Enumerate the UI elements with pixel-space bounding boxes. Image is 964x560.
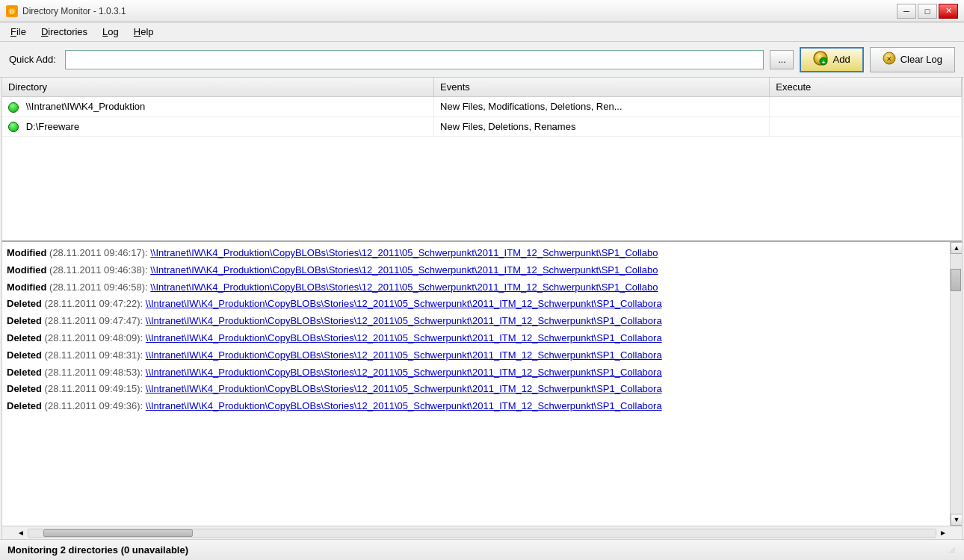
horizontal-scrollbar[interactable]: ◄ ► [2,526,962,539]
window-title: Directory Monitor - 1.0.3.1 [22,6,897,16]
svg-line-9 [954,552,955,553]
add-icon: + [813,51,828,68]
log-path[interactable]: \\Intranet\IW\K4_Produktion\CopyBLOBs\St… [146,315,662,326]
log-type: Deleted [7,383,42,394]
log-path[interactable]: \\Intranet\IW\K4_Produktion\CopyBLOBs\St… [146,349,662,361]
minimize-button[interactable]: ─ [897,4,916,19]
scroll-down-button[interactable]: ▼ [951,514,963,526]
log-timestamp: (28.11.2011 09:47:22): [45,298,143,309]
events-cell: New Files, Modifications, Deletions, Ren… [434,97,770,117]
log-path[interactable]: \\Intranet\IW\K4_Produktion\CopyBLOBs\St… [146,298,662,309]
log-type: Deleted [7,349,42,361]
app-icon: D [6,5,18,17]
scroll-track[interactable] [951,254,962,514]
menu-directories[interactable]: Directories [34,24,95,40]
dir-cell: D:\Freeware [2,116,434,137]
log-type: Deleted [7,315,42,326]
dir-path: \\Intranet\IW\K4_Produktion [26,101,146,112]
log-entry: Deleted (28.11.2011 09:48:09): \\Intrane… [7,330,957,347]
resize-grip[interactable] [948,546,957,555]
status-text: Monitoring 2 directories (0 unavailable) [7,544,188,556]
log-entry: Modified (28.11.2011 09:46:38): \\Intran… [7,262,957,279]
log-entry: Deleted (28.11.2011 09:47:47): \\Intrane… [7,313,957,330]
log-path[interactable]: \\Intranet\IW\K4_Produktion\CopyBLOBs\St… [146,332,662,343]
directory-table-container: Directory Events Execute \\Intranet\IW\K… [1,78,963,242]
log-timestamp: (28.11.2011 09:48:31): [45,349,143,361]
close-button[interactable]: ✕ [939,4,958,19]
quick-add-label: Quick Add: [9,54,56,65]
log-entry: Deleted (28.11.2011 09:49:15): \\Intrane… [7,381,957,398]
execute-cell [770,116,962,137]
hscroll-left-arrow[interactable]: ◄ [17,529,25,537]
log-path[interactable]: \\Intranet\IW\K4_Produktion\CopyBLOBs\St… [146,367,662,378]
log-type: Deleted [7,332,42,343]
directory-table: Directory Events Execute \\Intranet\IW\K… [2,78,962,137]
log-timestamp: (28.11.2011 09:47:47): [45,315,143,326]
hscroll-thumb[interactable] [43,529,193,537]
log-path[interactable]: \\Intranet\IW\K4_Produktion\CopyBLOBs\St… [150,264,658,276]
log-timestamp: (28.11.2011 09:46:58): [49,281,148,293]
log-timestamp: (28.11.2011 09:49:36): [45,400,143,411]
log-timestamp: (28.11.2011 09:46:38): [49,264,148,276]
clear-log-icon: ✕ [883,52,896,67]
col-header-directory: Directory [2,78,434,97]
log-timestamp: (28.11.2011 09:49:15): [45,383,143,394]
table-row[interactable]: D:\Freeware New Files, Deletions, Rename… [2,116,962,137]
window-controls: ─ □ ✕ [897,4,958,19]
scroll-up-button[interactable]: ▲ [951,242,963,254]
log-type: Deleted [7,298,42,309]
log-timestamp: (28.11.2011 09:48:09): [45,332,143,343]
log-content[interactable]: Modified (28.11.2011 09:46:17): \\Intran… [2,242,962,526]
menu-help[interactable]: Help [126,24,161,40]
log-entry: Modified (28.11.2011 09:46:17): \\Intran… [7,245,957,262]
log-timestamp: (28.11.2011 09:46:17): [49,247,148,258]
execute-cell [770,97,962,117]
svg-text:D: D [10,8,14,15]
log-type: Deleted [7,367,42,378]
dir-cell: \\Intranet\IW\K4_Produktion [2,97,434,117]
add-label: Add [832,54,850,65]
status-indicator [8,102,19,113]
log-entry: Deleted (28.11.2011 09:47:22): \\Intrane… [7,296,957,313]
log-path[interactable]: \\Intranet\IW\K4_Produktion\CopyBLOBs\St… [150,281,658,293]
quick-add-input[interactable] [65,50,764,69]
log-path[interactable]: \\Intranet\IW\K4_Produktion\CopyBLOBs\St… [146,400,662,411]
menu-file[interactable]: File [3,24,34,40]
col-header-execute: Execute [770,78,962,97]
hscroll-track[interactable] [28,529,936,538]
log-container: Modified (28.11.2011 09:46:17): \\Intran… [1,242,963,539]
log-type: Modified [7,247,46,258]
events-cell: New Files, Deletions, Renames [434,116,770,137]
log-entry: Deleted (28.11.2011 09:48:31): \\Intrane… [7,347,957,364]
clear-log-button[interactable]: ✕ Clear Log [870,47,955,72]
main-content: Directory Events Execute \\Intranet\IW\K… [0,78,964,539]
log-type: Deleted [7,400,42,411]
log-timestamp: (28.11.2011 09:48:53): [45,367,143,378]
add-button[interactable]: + Add [800,47,863,72]
clear-log-label: Clear Log [900,54,942,65]
log-path[interactable]: \\Intranet\IW\K4_Produktion\CopyBLOBs\St… [146,383,662,394]
status-indicator [8,122,19,132]
statusbar: Monitoring 2 directories (0 unavailable) [0,539,964,560]
dir-path: D:\Freeware [26,121,80,132]
maximize-button[interactable]: □ [918,4,937,19]
log-type: Modified [7,264,46,276]
vertical-scrollbar[interactable]: ▲ ▼ [950,242,962,526]
menubar: File Directories Log Help [0,22,964,42]
log-entry: Modified (28.11.2011 09:46:58): \\Intran… [7,279,957,296]
log-entry: Deleted (28.11.2011 09:49:36): \\Intrane… [7,398,957,415]
menu-log[interactable]: Log [95,24,126,40]
svg-text:+: + [822,59,826,66]
log-path[interactable]: \\Intranet\IW\K4_Produktion\CopyBLOBs\St… [150,247,658,258]
scroll-thumb[interactable] [951,269,961,291]
browse-button[interactable]: ... [770,50,794,69]
log-type: Modified [7,281,46,293]
hscroll-right-arrow[interactable]: ► [939,529,947,537]
titlebar: D Directory Monitor - 1.0.3.1 ─ □ ✕ [0,0,964,22]
table-row[interactable]: \\Intranet\IW\K4_Produktion New Files, M… [2,97,962,117]
col-header-events: Events [434,78,770,97]
log-entry: Deleted (28.11.2011 09:48:53): \\Intrane… [7,364,957,382]
svg-text:✕: ✕ [886,55,892,63]
toolbar: Quick Add: ... + Add [0,42,964,78]
